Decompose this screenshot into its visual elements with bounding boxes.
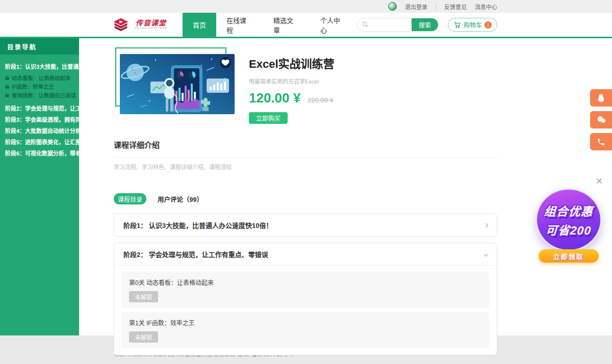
course-info: Excel实战训练营 用最简单实用的方式学Excel 120.00 ¥ 220.…	[249, 47, 335, 124]
cart-label: 购物车	[464, 20, 482, 29]
qq-contact-button[interactable]	[590, 89, 612, 107]
detail-summary: 学习流程、学习特色、课程详细介绍、课程须知	[114, 163, 497, 171]
accordion-title: 阶段2： 学会处理与规范，让工作有重点、零错误	[123, 249, 268, 259]
messages-link[interactable]: 消息中心	[475, 3, 497, 11]
stage-label: 阶段3：学会高级透视，拥有同时...	[5, 115, 91, 123]
locked-lesson[interactable]: IF函数：效率之王	[0, 82, 79, 91]
locked-lesson[interactable]: 动态看板：让表格动起来	[0, 73, 79, 82]
nav-menu: 首页 在线课程 精选文章 个人中心	[183, 13, 357, 37]
course-cover-image[interactable]	[120, 54, 235, 114]
search-input[interactable]	[371, 18, 412, 31]
nav-item-courses[interactable]: 在线课程	[216, 13, 263, 37]
course-title: Excel实战训练营	[249, 55, 335, 71]
qq-icon	[596, 93, 606, 103]
accordion-title: 阶段1： 认识3大技能，比普通人办公速度快10倍！	[123, 220, 273, 230]
logo-subtitle: CHUANYINKETANG	[135, 28, 167, 30]
stage-1-lessons: 动态看板：让表格动起来 IF函数：效率之王 查询函数：让数据自己说话	[0, 73, 79, 99]
lesson-row[interactable]: 第1关 IF函数：效率之王 未解锁	[122, 312, 489, 348]
price-row: 120.00 ¥ 220.00 ¥	[249, 90, 335, 106]
promo-badge[interactable]: 组合优惠 可省200	[536, 188, 602, 251]
lock-icon	[5, 93, 9, 97]
wechat-icon	[596, 115, 606, 125]
catalog-sidebar: 目录导航 阶段1：认识3大技能，比普通人... 动态看板：让表格动起来 IF函数…	[0, 38, 79, 335]
lock-icon	[5, 75, 9, 80]
divider	[114, 157, 497, 158]
locked-status-badge: 未解锁	[129, 331, 158, 343]
course-cover	[114, 47, 235, 115]
course-header: Excel实战训练营 用最简单实用的方式学Excel 120.00 ¥ 220.…	[79, 38, 612, 124]
lesson-label: IF函数：效率之王	[12, 83, 54, 90]
search-box: 搜索	[357, 18, 439, 32]
divider	[436, 4, 436, 9]
sidebar-stage-4[interactable]: 阶段4：大批数据自动统计分析，...	[0, 125, 79, 136]
sidebar-stage-1[interactable]: 阶段1：认识3大技能，比普通人...	[0, 61, 79, 72]
accordion-header[interactable]: 阶段1： 认识3大技能，比普通人办公速度快10倍！	[114, 214, 497, 236]
nav-item-articles[interactable]: 精选文章	[263, 13, 310, 37]
stage-label: 阶段4：大批数据自动统计分析，...	[5, 126, 91, 135]
promo-line-2: 可省200	[545, 221, 592, 238]
accordion-stage-1: 阶段1： 认识3大技能，比普通人办公速度快10倍！	[114, 214, 497, 237]
wechat-contact-button[interactable]	[590, 111, 612, 128]
main-nav: 传音课堂 CHUANYINKETANG 首页 在线课程 精选文章 个人中心 搜索…	[0, 13, 612, 38]
chevron-right-icon	[484, 223, 488, 227]
cart-count-badge: 1	[484, 21, 492, 29]
sidebar-stage-6[interactable]: 阶段6：可视化数据分析，帮老板...	[0, 147, 79, 159]
nav-item-home[interactable]: 首页	[183, 13, 216, 37]
promo-widget: × 组合优惠 可省200 立即领取	[530, 175, 607, 263]
cart-button[interactable]: 购物车 1	[448, 18, 497, 32]
logo-icon	[110, 17, 132, 33]
main-area: 目录导航 阶段1：认识3大技能，比普通人... 动态看板：让表格动起来 IF函数…	[0, 38, 612, 335]
lesson-name: 第0关 动态看板：让表格动起来	[129, 278, 482, 287]
stage-accordion: 阶段1： 认识3大技能，比普通人办公速度快10倍！ 阶段2： 学会处理与规范，让…	[114, 214, 497, 355]
contact-float-buttons	[590, 89, 612, 150]
course-subtitle: 用最简单实用的方式学Excel	[249, 77, 335, 85]
lesson-row[interactable]: 第0关 动态看板：让表格动起来 未解锁	[122, 272, 489, 308]
accordion-body: 第0关 动态看板：让表格动起来 未解锁 第1关 IF函数：效率之王 未解锁	[114, 265, 497, 355]
search-button[interactable]: 搜索	[412, 18, 438, 32]
stage-label: 阶段5：进阶图表美化，让汇报一...	[5, 138, 91, 146]
promo-line-1: 组合优惠	[544, 202, 594, 219]
detail-heading: 课程详细介绍	[114, 139, 497, 150]
current-price: 120.00 ¥	[249, 90, 300, 106]
sidebar-stage-3[interactable]: 阶段3：学会高级透视，拥有同时...	[0, 114, 79, 125]
claim-coupon-button[interactable]: 立即领取	[539, 249, 599, 263]
chevron-down-icon	[484, 252, 488, 256]
accordion-stage-2: 阶段2： 学会处理与规范，让工作有重点、零错误 第0关 动态看板：让表格动起来 …	[114, 243, 497, 355]
lesson-label: 查询函数：让数据自己说话	[12, 91, 76, 99]
user-avatar[interactable]	[388, 2, 397, 11]
search-icon	[358, 18, 371, 32]
cart-icon	[453, 21, 461, 29]
detail-section: 课程详细介绍 学习流程、学习特色、课程详细介绍、课程须知	[114, 139, 497, 171]
original-price: 220.00 ¥	[308, 96, 334, 104]
buy-now-button[interactable]: 立即购买	[249, 112, 288, 124]
accordion-header[interactable]: 阶段2： 学会处理与规范，让工作有重点、零错误	[114, 243, 497, 265]
close-icon[interactable]: ×	[596, 175, 603, 187]
lesson-label: 动态看板：让表格动起来	[12, 74, 71, 82]
lock-icon	[5, 84, 9, 89]
phone-icon	[597, 138, 605, 146]
nav-item-profile[interactable]: 个人中心	[310, 13, 357, 37]
stage-label: 阶段6：可视化数据分析，帮老板...	[5, 149, 91, 157]
locked-status-badge: 未解锁	[129, 291, 158, 302]
stage-label: 阶段1：认识3大技能，比普通人...	[5, 62, 89, 70]
logo[interactable]: 传音课堂 CHUANYINKETANG	[110, 13, 167, 37]
sidebar-stage-5[interactable]: 阶段5：进阶图表美化，让汇报一...	[0, 136, 79, 147]
phone-contact-button[interactable]	[590, 133, 612, 150]
tab-user-comments[interactable]: 用户评论（99）	[158, 194, 203, 204]
locked-lesson[interactable]: 查询函数：让数据自己说话	[0, 91, 79, 99]
sidebar-title: 目录导航	[0, 38, 79, 55]
tab-course-catalog[interactable]: 课程目录	[114, 193, 146, 204]
feedback-link[interactable]: 反馈意见	[444, 3, 467, 11]
logo-title: 传音课堂	[136, 19, 166, 27]
top-utility-bar: 退出登录 反馈意见 消息中心	[0, 0, 612, 13]
sidebar-stage-2[interactable]: 阶段2：学会处理与规范，让工作...	[0, 102, 79, 114]
stage-label: 阶段2：学会处理与规范，让工作...	[5, 104, 91, 112]
lesson-name: 第1关 IF函数：效率之王	[129, 318, 482, 327]
logout-link[interactable]: 退出登录	[405, 3, 427, 11]
